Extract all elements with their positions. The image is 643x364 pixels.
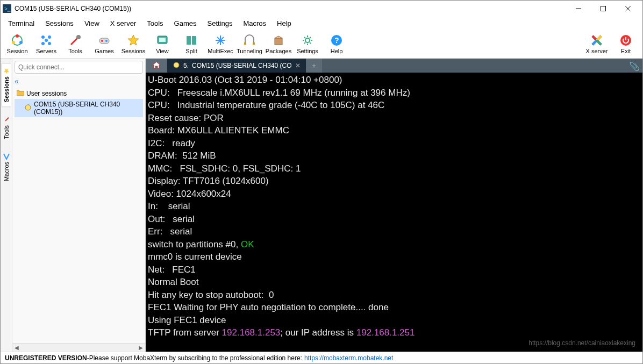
terminal-line: U-Boot 2016.03 (Oct 31 2019 - 01:04:10 +…: [148, 74, 640, 87]
tab-close-icon[interactable]: ✕: [295, 62, 301, 69]
multiexec-button[interactable]: MultiExec: [206, 31, 235, 58]
terminal-line: Board: MX6ULL ALIENTEK EMMC: [148, 124, 640, 137]
session-button[interactable]: Session: [3, 31, 32, 58]
svg-rect-21: [187, 36, 191, 45]
terminal-line: MMC: FSL_SDHC: 0, FSL_SDHC: 1: [148, 162, 640, 175]
terminal-line: FEC1 Waiting for PHY auto negotiation to…: [148, 301, 640, 314]
tree-item-com15[interactable]: COM15 (USB-SERIAL CH340 (COM15)): [15, 99, 143, 117]
settings-icon: [301, 34, 314, 47]
terminal[interactable]: U-Boot 2016.03 (Oct 31 2019 - 01:04:10 +…: [146, 73, 642, 352]
menu-x-server[interactable]: X server: [105, 18, 141, 28]
svg-point-11: [48, 35, 51, 39]
toolbar-label: Split: [185, 48, 197, 54]
status-message: Please support MobaXterm by subscribing …: [89, 354, 302, 362]
app-icon: >_: [3, 4, 11, 13]
games-button[interactable]: Games: [90, 31, 119, 58]
sidetab-sessions[interactable]: Sessions: [2, 63, 11, 107]
toolbar-label: Games: [95, 48, 113, 54]
svg-rect-25: [275, 38, 282, 45]
menu-macros[interactable]: Macros: [238, 18, 272, 28]
games-icon: [98, 34, 111, 47]
tab-index: 5.: [183, 62, 189, 69]
sidetab-label: Tools: [3, 125, 10, 139]
quick-connect-input[interactable]: [15, 61, 143, 74]
svg-point-7: [16, 34, 19, 38]
menu-tools[interactable]: Tools: [141, 18, 168, 28]
tab-com15[interactable]: 5. COM15 (USB-SERIAL CH340 (CO ✕: [167, 59, 306, 73]
toolbar-label: Packages: [266, 48, 291, 54]
svg-point-10: [41, 35, 45, 39]
terminal-line: Hit any key to stop autoboot: 0: [148, 289, 640, 302]
window-title: COM15 (USB-SERIAL CH340 (COM15)): [15, 5, 566, 12]
tab-label: COM15 (USB-SERIAL CH340 (CO: [192, 62, 292, 69]
terminal-line: Reset cause: POR: [148, 112, 640, 125]
packages-icon: [272, 34, 285, 47]
help-icon: ?: [330, 34, 343, 47]
sessions-button[interactable]: Sessions: [119, 31, 148, 58]
toolbar-label: Sessions: [122, 48, 146, 54]
view-button[interactable]: View: [148, 31, 177, 58]
sidetab-tools[interactable]: Tools: [2, 112, 11, 144]
sidebar-scrollbar[interactable]: ◀ ▶: [12, 343, 145, 352]
session-icon: [11, 34, 24, 47]
exit-button[interactable]: Exit: [611, 31, 640, 58]
status-link[interactable]: https://mobaxterm.mobatek.net: [304, 354, 393, 362]
home-icon: [152, 61, 161, 70]
minimize-button[interactable]: [566, 1, 591, 17]
exit-icon: [619, 34, 632, 47]
servers-button[interactable]: Servers: [32, 31, 61, 58]
toolbar-label: Servers: [36, 48, 56, 54]
toolbar-label: View: [156, 48, 169, 54]
svg-point-17: [101, 40, 103, 42]
settings-button[interactable]: Settings: [293, 31, 322, 58]
menu-games[interactable]: Games: [169, 18, 202, 28]
serial-plug-icon: [173, 61, 180, 70]
close-button[interactable]: [616, 1, 640, 17]
toolbar-label: Session: [6, 48, 27, 54]
split-icon: [185, 34, 198, 47]
menu-settings[interactable]: Settings: [202, 18, 238, 28]
tunneling-button[interactable]: Tunneling: [235, 31, 264, 58]
plus-icon: ＋: [311, 61, 317, 70]
terminal-line: TFTP from server 192.168.1.253; our IP a…: [148, 326, 640, 339]
svg-rect-23: [244, 42, 246, 45]
menu-sessions[interactable]: Sessions: [40, 18, 79, 28]
tree-root[interactable]: User sessions: [15, 88, 143, 99]
terminal-line: switch to partitions #0, OK: [148, 238, 640, 251]
collapse-sidebar-icon[interactable]: «: [15, 77, 19, 85]
svg-point-18: [105, 40, 108, 42]
statusbar: UNREGISTERED VERSION - Please support Mo…: [1, 352, 642, 363]
maximize-button[interactable]: [591, 1, 616, 17]
svg-point-12: [41, 42, 45, 45]
scroll-left-icon[interactable]: ◀: [12, 344, 21, 352]
toolbar-label: Tunneling: [237, 48, 262, 54]
sidetab-label: Sessions: [3, 76, 10, 102]
menubar: TerminalSessionsViewX serverToolsGamesSe…: [1, 17, 642, 30]
sessions-star-icon: [127, 34, 140, 47]
svg-rect-22: [192, 36, 196, 45]
toolbar-label: MultiExec: [208, 48, 233, 54]
sidebar: « User sessions COM15 (USB-SERIAL CH340 …: [12, 59, 146, 352]
tools-button[interactable]: Tools: [61, 31, 90, 58]
scroll-right-icon[interactable]: ▶: [137, 344, 145, 352]
sidetab-macros[interactable]: Macros: [2, 149, 11, 185]
terminal-line: Video: 1024x600x24: [148, 188, 640, 201]
home-tab[interactable]: [146, 59, 167, 73]
svg-text:?: ?: [334, 36, 339, 45]
packages-button[interactable]: Packages: [264, 31, 293, 58]
terminal-line: Normal Boot: [148, 276, 640, 289]
paperclip-icon[interactable]: 📎: [629, 61, 640, 72]
menu-view[interactable]: View: [79, 18, 105, 28]
new-tab-button[interactable]: ＋: [306, 59, 322, 73]
svg-rect-16: [99, 38, 109, 44]
scroll-track[interactable]: [21, 344, 137, 352]
toolbar-label: Help: [331, 48, 343, 54]
help-button[interactable]: ?Help: [322, 31, 351, 58]
split-button[interactable]: Split: [177, 31, 206, 58]
x-server-button[interactable]: X server: [582, 31, 611, 58]
tools-icon: [69, 34, 82, 47]
menu-help[interactable]: Help: [272, 18, 297, 28]
svg-point-15: [76, 35, 81, 39]
menu-terminal[interactable]: Terminal: [3, 18, 40, 28]
svg-line-31: [28, 104, 30, 105]
